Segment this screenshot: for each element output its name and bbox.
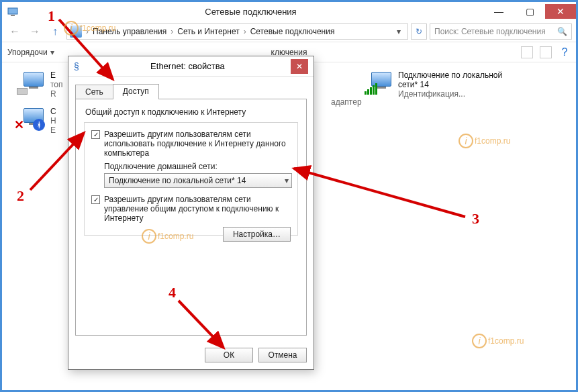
window-title: Сетевые подключения	[18, 7, 483, 17]
home-network-value: Подключение по локальной сети* 14	[109, 176, 246, 185]
search-icon: 🔍	[557, 27, 567, 36]
pin-icon: §	[74, 61, 79, 72]
connection-lan14[interactable]: Подключение по локальнойсети* 14Идентифи…	[365, 70, 502, 99]
dialog-close-button[interactable]: ✕	[291, 59, 308, 74]
chevron-down-icon: ▾	[285, 176, 289, 185]
nav-bar: ← → ↑ › Панель управления › Сеть и Интер…	[2, 21, 576, 42]
connection-bluetooth[interactable]: ᚼ✕ СНE	[17, 107, 56, 135]
ethernet-icon	[17, 70, 45, 95]
window-titlebar: Сетевые подключения — ▢ ✕	[2, 2, 576, 21]
window-close-button[interactable]: ✕	[545, 4, 576, 19]
nav-forward-button[interactable]: →	[26, 23, 44, 40]
allow-control-checkbox[interactable]: ✓	[91, 195, 100, 204]
breadcrumb-sep: ›	[86, 27, 89, 36]
group-title: Общий доступ к подключению к Интернету	[85, 107, 298, 117]
dialog-title: Ethernet: свойства	[85, 61, 291, 71]
allow-sharing-checkbox[interactable]: ✓	[91, 130, 100, 139]
allow-sharing-label: Разрешить другим пользователям сети испо…	[104, 130, 291, 158]
nav-up-button[interactable]: ↑	[46, 23, 64, 40]
dialog-footer: ОК Отмена	[68, 342, 314, 369]
breadcrumb-network[interactable]: Сеть и Интернет	[177, 27, 239, 36]
lan14-icon	[365, 70, 393, 95]
ok-button[interactable]: ОК	[205, 348, 253, 362]
home-network-label: Подключение домашней сети:	[104, 162, 291, 171]
bluetooth-icon: ᚼ✕	[17, 107, 45, 131]
home-network-select[interactable]: Подключение по локальной сети* 14 ▾	[104, 173, 292, 188]
adapter-label-fragment: адаптер	[331, 97, 362, 107]
sharing-group: ✓ Разрешить другим пользователям сети ис…	[84, 122, 298, 236]
properties-dialog: § Ethernet: свойства ✕ Сеть Доступ Общий…	[68, 56, 314, 370]
view-list-button[interactable]	[540, 46, 552, 58]
tab-panel-sharing: Общий доступ к подключению к Интернету ✓…	[75, 99, 307, 336]
nav-back-button[interactable]: ←	[6, 23, 23, 40]
svg-rect-0	[8, 8, 17, 14]
search-placeholder: Поиск: Сетевые подключения	[434, 27, 546, 36]
organize-menu[interactable]: Упорядочи▾	[7, 48, 54, 57]
svg-rect-1	[11, 15, 15, 16]
address-dropdown[interactable]: ▾	[393, 27, 405, 36]
help-button[interactable]: ?	[559, 46, 571, 58]
search-box[interactable]: Поиск: Сетевые подключения 🔍	[430, 23, 572, 40]
view-icons-button[interactable]	[521, 46, 533, 58]
refresh-button[interactable]: ↻	[411, 23, 427, 40]
address-bar[interactable]: › Панель управления › Сеть и Интернет › …	[66, 23, 408, 40]
breadcrumb-control-panel[interactable]: Панель управления	[93, 27, 166, 36]
tab-sharing[interactable]: Доступ	[113, 84, 159, 99]
window-minimize-button[interactable]: —	[483, 4, 514, 19]
connection-ethernet[interactable]: EтопR	[17, 70, 63, 99]
dialog-titlebar: § Ethernet: свойства ✕	[68, 56, 314, 77]
tab-network[interactable]: Сеть	[75, 85, 113, 100]
allow-control-label: Разрешить другим пользователям сети упра…	[104, 195, 291, 223]
address-icon	[70, 26, 82, 38]
cancel-button[interactable]: Отмена	[258, 348, 307, 362]
app-icon	[7, 6, 18, 17]
tab-strip: Сеть Доступ	[75, 83, 307, 99]
window-maximize-button[interactable]: ▢	[514, 4, 545, 19]
settings-button[interactable]: Настройка…	[223, 227, 291, 242]
breadcrumb-connections[interactable]: Сетевые подключения	[250, 27, 335, 36]
